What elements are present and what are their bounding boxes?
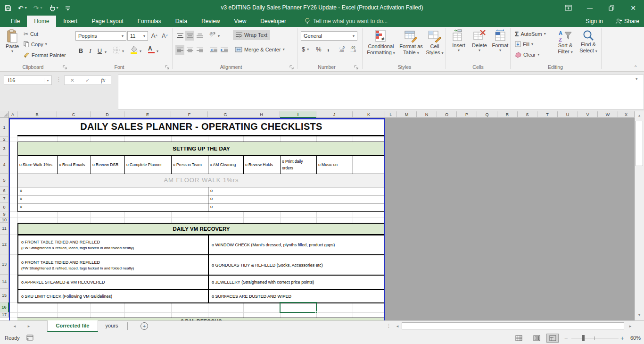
scroll-up-button[interactable]: ▴ — [636, 113, 643, 117]
cell-k4[interactable] — [353, 156, 385, 174]
page-break-preview-button[interactable] — [546, 334, 559, 343]
borders-button[interactable] — [113, 46, 121, 56]
font-family-combo[interactable]: Poppins ▾ — [75, 31, 126, 41]
cell-b4[interactable]: o Store Walk 1%rs — [17, 156, 58, 174]
row-header-10[interactable]: 10 — [0, 218, 9, 223]
column-header-T[interactable]: T — [537, 111, 558, 118]
cell-b15[interactable]: o SKU LIMIT CHECK (Following VM Guidelin… — [17, 289, 209, 303]
sort-filter-button[interactable]: AZ Sort & Filter ▾ — [554, 29, 576, 55]
italic-button[interactable]: I — [86, 46, 95, 56]
accounting-format-button[interactable]: $ ▾ — [302, 46, 309, 53]
autosum-button[interactable]: Σ AutoSum ▾ — [515, 30, 546, 38]
cell-g8[interactable]: o — [208, 203, 385, 212]
cell-b14[interactable]: o APPAREL STEAMED & VM RECOVERED — [17, 275, 209, 290]
insert-dropdown[interactable]: ▾ — [458, 49, 460, 52]
row-header-12[interactable]: 12 — [0, 235, 9, 254]
orientation-button[interactable]: ab — [209, 31, 217, 40]
zoom-out-button[interactable]: − — [564, 335, 568, 342]
cell-g7[interactable]: o — [208, 195, 385, 203]
column-header-J[interactable]: J — [316, 111, 353, 118]
cell-section-vm-recovery[interactable]: DAILY VM RECOVERY — [17, 223, 385, 235]
ribbon-tab-page-layout[interactable]: Page Layout — [84, 16, 130, 27]
tab-scroll-splitter[interactable]: ⋮ — [386, 323, 391, 329]
zoom-slider-track[interactable] — [571, 338, 619, 338]
autosum-dropdown[interactable]: ▾ — [544, 32, 546, 36]
cell-b12[interactable]: o FRONT TABLE TIDIED AND REFILLED (FW St… — [17, 235, 209, 255]
tell-me-box[interactable]: Tell me what you want to do... — [305, 16, 388, 27]
column-header-S[interactable]: S — [518, 111, 537, 118]
formula-bar-collapse[interactable]: ▾ — [636, 76, 638, 81]
column-header-P[interactable]: P — [457, 111, 477, 118]
column-header-C[interactable]: C — [57, 111, 91, 118]
bold-button[interactable]: B — [76, 46, 85, 56]
cell-next-section-clipped[interactable]: 3 P.M. REFOCUS — [17, 318, 385, 320]
number-format-dropdown[interactable]: ▾ — [350, 34, 357, 38]
ribbon-tab-home[interactable]: Home — [27, 16, 56, 27]
fill-handle[interactable] — [315, 311, 318, 314]
cell-c4[interactable]: o Read Emails — [57, 156, 91, 174]
cell-b13[interactable]: o FRONT TABLE TIDIED AND REFILLED (FW St… — [17, 254, 209, 276]
font-color-dropdown[interactable]: ▾ — [157, 50, 158, 53]
column-header-D[interactable]: D — [91, 111, 124, 118]
wrap-text-button[interactable]: Wrap Text — [233, 30, 270, 40]
column-header-R[interactable]: R — [497, 111, 518, 118]
number-dialog-launcher[interactable] — [354, 65, 359, 70]
delete-cells-button[interactable]: Delete ▾ — [470, 29, 489, 52]
row-header-2[interactable]: 2 — [0, 137, 9, 142]
touch-mode-button[interactable]: ▾ — [49, 4, 58, 11]
page-layout-view-button[interactable] — [530, 334, 543, 343]
column-header-K[interactable]: K — [353, 111, 385, 118]
redo-button[interactable]: ↷▾ — [33, 4, 42, 12]
restore-button[interactable] — [601, 0, 622, 16]
clipboard-dialog-launcher[interactable] — [62, 65, 67, 70]
vertical-scrollbar-thumb[interactable] — [636, 121, 643, 166]
ribbon-tab-formulas[interactable]: Formulas — [131, 16, 168, 27]
cell-b6[interactable]: o — [17, 187, 208, 195]
clear-dropdown[interactable]: ▾ — [537, 53, 539, 57]
column-header-O[interactable]: O — [437, 111, 457, 118]
normal-view-button[interactable] — [512, 334, 525, 343]
column-header-A[interactable]: A — [8, 111, 17, 118]
ribbon-tab-file[interactable]: File — [4, 16, 27, 27]
name-box-splitter[interactable]: ⋮ — [56, 76, 61, 83]
hscroll-right-button[interactable]: ▸ — [627, 324, 634, 328]
ribbon-display-options-button[interactable] — [557, 0, 579, 16]
column-header-G[interactable]: G — [208, 111, 243, 118]
increase-indent-button[interactable] — [220, 45, 229, 55]
row-header-1[interactable]: 1 — [0, 118, 9, 137]
zoom-level[interactable]: 60% — [630, 335, 641, 341]
find-select-button[interactable]: Find & Select ▾ — [577, 29, 600, 54]
format-painter-button[interactable]: Format Painter — [24, 52, 66, 58]
cell-g12[interactable]: o WINDOW CHECK (Mani's dressed, plynths … — [208, 235, 385, 255]
undo-dropdown[interactable]: ▾ — [25, 6, 27, 10]
font-color-button[interactable]: A — [148, 45, 155, 53]
format-dropdown[interactable]: ▾ — [499, 49, 501, 52]
fill-button[interactable]: Fill ▾ — [515, 41, 533, 47]
alignment-dialog-launcher[interactable] — [289, 65, 294, 70]
align-middle-button[interactable] — [185, 31, 194, 41]
cell-g6[interactable]: o — [208, 187, 385, 195]
borders-dropdown[interactable]: ▾ — [122, 50, 124, 53]
paste-dropdown[interactable]: ▾ — [11, 50, 13, 53]
underline-button[interactable]: U — [95, 46, 104, 56]
cell-h4[interactable]: o Review Holds — [243, 156, 281, 174]
percent-style-button[interactable]: % — [316, 46, 322, 53]
cell-i4[interactable]: o Print daily orders — [280, 156, 317, 174]
row-header-4[interactable]: 4 — [0, 156, 9, 174]
format-cells-button[interactable]: Format ▾ — [490, 29, 510, 52]
column-header-M[interactable]: M — [397, 111, 417, 118]
horizontal-scrollbar-thumb[interactable] — [402, 322, 624, 329]
paste-button[interactable]: Paste ▾ — [3, 29, 22, 53]
cell-sheet-title[interactable]: DAILY SALES PLANNER - OPERATING CHECKLIS… — [17, 118, 385, 136]
enter-icon[interactable]: ✓ — [85, 77, 90, 84]
align-right-button[interactable] — [195, 45, 204, 55]
orientation-dropdown[interactable]: ▾ — [218, 34, 220, 38]
column-header-L[interactable]: L — [385, 111, 397, 118]
cell-g15[interactable]: o SURFACES ARE DUSTED AND WIPED — [208, 289, 385, 303]
decrease-decimal-button[interactable]: .00→.0 — [350, 46, 356, 52]
copy-dropdown[interactable]: ▾ — [45, 42, 47, 46]
cell-b8[interactable]: o — [17, 203, 208, 212]
column-header-E[interactable]: E — [124, 111, 171, 118]
column-header-X[interactable]: X — [618, 111, 635, 118]
fill-dropdown[interactable]: ▾ — [531, 42, 533, 46]
